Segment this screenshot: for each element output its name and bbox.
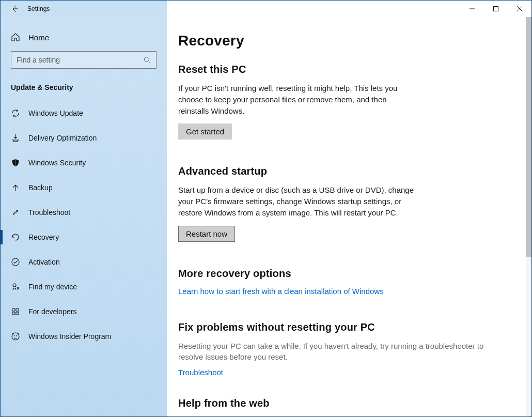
- svg-point-6: [17, 335, 18, 336]
- sidebar-nav: Windows Update Delivery Optimization Win…: [1, 101, 167, 349]
- vertical-scrollbar[interactable]: [526, 17, 531, 416]
- restart-now-button[interactable]: Restart now: [178, 226, 235, 242]
- sync-icon: [11, 109, 20, 118]
- more-recovery-heading: More recovery options: [178, 268, 505, 280]
- titlebar: Settings: [1, 1, 531, 17]
- start-fresh-link[interactable]: Learn how to start fresh with a clean in…: [178, 287, 505, 296]
- svg-rect-0: [494, 7, 498, 11]
- settings-window: Settings Home: [0, 0, 532, 417]
- find-device-icon: [11, 282, 20, 291]
- sidebar-item-troubleshoot[interactable]: Troubleshoot: [1, 200, 167, 225]
- sidebar-item-label: Backup: [28, 183, 53, 192]
- svg-point-2: [12, 258, 19, 266]
- page-title: Recovery: [178, 33, 505, 49]
- get-started-button[interactable]: Get started: [178, 123, 232, 140]
- home-icon: [11, 33, 20, 42]
- sidebar-item-for-developers[interactable]: For developers: [1, 299, 167, 324]
- sidebar-item-label: Delivery Optimization: [28, 134, 97, 142]
- maximize-button[interactable]: [484, 1, 508, 17]
- sidebar-section-title: Update & Security: [1, 78, 167, 101]
- sidebar-item-activation[interactable]: Activation: [1, 250, 167, 274]
- sidebar-item-windows-update[interactable]: Windows Update: [1, 101, 167, 126]
- window-controls: [460, 1, 531, 17]
- download-icon: [11, 133, 20, 143]
- help-from-web-heading: Help from the web: [178, 397, 505, 409]
- sidebar-item-label: Windows Insider Program: [28, 332, 111, 341]
- reset-heading: Reset this PC: [178, 64, 505, 75]
- sidebar-item-windows-insider-program[interactable]: Windows Insider Program: [1, 324, 167, 349]
- content-area: Recovery Reset this PC If your PC isn't …: [167, 17, 531, 416]
- scrollbar-thumb[interactable]: [526, 17, 531, 257]
- reset-description: If your PC isn't running well, resetting…: [178, 83, 416, 116]
- fix-problems-description: Resetting your PC can take a while. If y…: [178, 341, 505, 363]
- svg-point-1: [145, 57, 149, 62]
- developers-icon: [11, 307, 20, 316]
- minimize-button[interactable]: [460, 1, 484, 17]
- search-icon: [144, 56, 151, 64]
- titlebar-title: Settings: [27, 5, 50, 12]
- sidebar-item-label: For developers: [28, 307, 76, 316]
- svg-point-3: [13, 284, 16, 287]
- home-label: Home: [28, 33, 49, 42]
- back-arrow-icon: [11, 5, 19, 13]
- recovery-icon: [11, 233, 20, 242]
- sidebar: Home Update & Security Windows Update: [1, 17, 167, 416]
- sidebar-item-label: Windows Security: [28, 159, 86, 167]
- sidebar-item-label: Recovery: [28, 233, 59, 241]
- svg-point-5: [14, 335, 15, 336]
- sidebar-item-label: Windows Update: [28, 109, 83, 117]
- advanced-startup-heading: Advanced startup: [178, 165, 505, 177]
- sidebar-item-recovery[interactable]: Recovery: [1, 225, 167, 250]
- wrench-icon: [11, 208, 20, 217]
- insider-icon: [11, 332, 20, 341]
- sidebar-item-find-my-device[interactable]: Find my device: [1, 274, 167, 299]
- sidebar-item-backup[interactable]: Backup: [1, 175, 167, 200]
- shield-icon: [11, 158, 20, 167]
- fix-problems-heading: Fix problems without resetting your PC: [178, 321, 505, 333]
- search-input[interactable]: [17, 56, 144, 64]
- sidebar-item-label: Troubleshoot: [28, 208, 70, 217]
- close-icon: [517, 6, 522, 11]
- sidebar-item-windows-security[interactable]: Windows Security: [1, 150, 167, 175]
- arrow-up-icon: [11, 183, 20, 192]
- search-box[interactable]: [11, 51, 157, 69]
- sidebar-item-label: Activation: [28, 258, 60, 266]
- maximize-icon: [493, 6, 498, 11]
- back-button[interactable]: [11, 5, 19, 13]
- check-circle-icon: [11, 257, 20, 267]
- home-nav[interactable]: Home: [1, 21, 167, 51]
- minimize-icon: [470, 6, 475, 11]
- close-button[interactable]: [508, 1, 531, 17]
- sidebar-item-delivery-optimization[interactable]: Delivery Optimization: [1, 126, 167, 150]
- sidebar-item-label: Find my device: [28, 283, 77, 291]
- advanced-startup-description: Start up from a device or disc (such as …: [178, 184, 416, 218]
- troubleshoot-link[interactable]: Troubleshoot: [178, 368, 505, 377]
